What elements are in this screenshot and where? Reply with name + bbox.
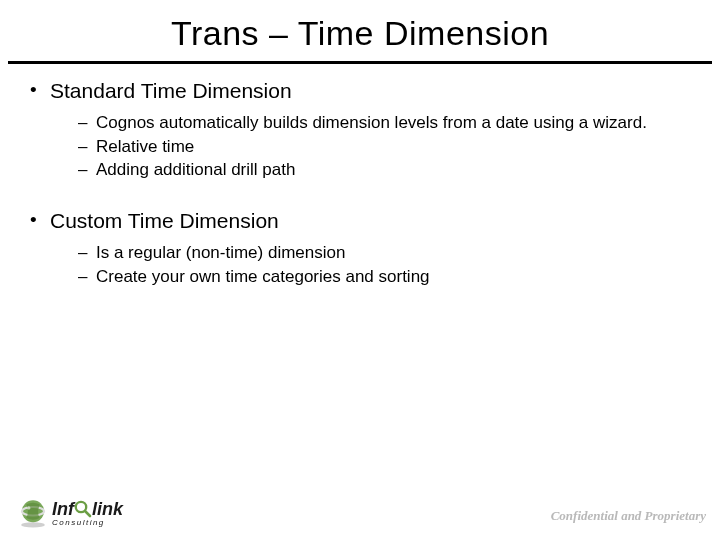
logo-subtitle: Consulting: [52, 519, 123, 527]
list-item: Standard Time Dimension Cognos automatic…: [26, 78, 694, 180]
section-heading: Standard Time Dimension: [50, 79, 292, 102]
list-item: Create your own time categories and sort…: [78, 266, 694, 287]
confidential-label: Confidential and Proprietary: [551, 508, 706, 524]
sub-bullet-list: Is a regular (non-time) dimension Create…: [50, 242, 694, 287]
logo-name-part-b: link: [92, 500, 123, 518]
list-item: Is a regular (non-time) dimension: [78, 242, 694, 263]
slide: Trans – Time Dimension Standard Time Dim…: [0, 0, 720, 540]
svg-point-3: [27, 506, 30, 509]
logo-name-part-a: Inf: [52, 500, 74, 518]
logo-name: Inf link: [52, 500, 123, 518]
slide-footer: Inf link Consulting Confidential and Pro…: [0, 480, 720, 540]
sub-item-text: Relative time: [96, 137, 194, 156]
svg-line-5: [85, 511, 90, 516]
bullet-list: Standard Time Dimension Cognos automatic…: [26, 78, 694, 287]
logo-text: Inf link Consulting: [52, 500, 123, 527]
sub-bullet-list: Cognos automatically builds dimension le…: [50, 112, 694, 180]
svg-point-0: [21, 522, 45, 527]
sub-item-text: Cognos automatically builds dimension le…: [96, 113, 647, 132]
section-heading: Custom Time Dimension: [50, 209, 279, 232]
sub-item-text: Create your own time categories and sort…: [96, 267, 430, 286]
sub-item-text: Is a regular (non-time) dimension: [96, 243, 345, 262]
magnifier-icon: [74, 500, 92, 518]
company-logo: Inf link Consulting: [16, 496, 123, 530]
list-item: Adding additional drill path: [78, 159, 694, 180]
sub-item-text: Adding additional drill path: [96, 160, 295, 179]
list-item: Cognos automatically builds dimension le…: [78, 112, 694, 133]
globe-icon: [16, 496, 50, 530]
slide-title: Trans – Time Dimension: [0, 0, 720, 61]
list-item: Relative time: [78, 136, 694, 157]
list-item: Custom Time Dimension Is a regular (non-…: [26, 208, 694, 287]
slide-body: Standard Time Dimension Cognos automatic…: [0, 64, 720, 287]
